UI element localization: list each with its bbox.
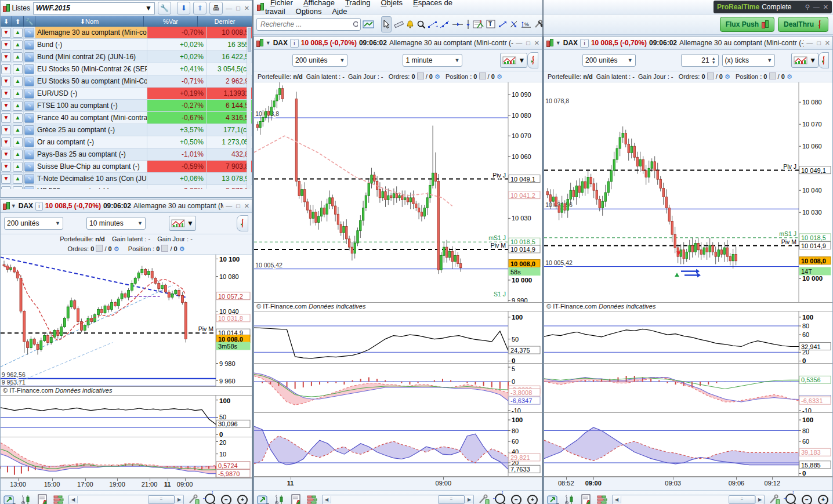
timeframe-select[interactable]: 10 minutes▼	[86, 217, 146, 230]
info-badge[interactable]: i	[580, 39, 589, 48]
open-chart-icon[interactable]: ∿	[24, 88, 35, 99]
minimize-button[interactable]: —	[516, 39, 522, 47]
buy-button[interactable]: ▲	[12, 148, 24, 160]
scroll-thumb[interactable]: ≡	[729, 495, 755, 504]
timeframe-select[interactable]: (x) ticks▼	[722, 54, 776, 67]
hline-tool-button[interactable]	[452, 17, 463, 32]
watchlist-row[interactable]: ▼▲∿EU Stocks 50 au comptant (Mini-Co...-…	[1, 75, 252, 88]
buy-column-icon[interactable]: ⬆	[12, 16, 24, 27]
chevron-down-icon[interactable]: ▼	[11, 203, 16, 209]
open-chart-icon[interactable]: ∿	[24, 148, 35, 160]
buy-button[interactable]: ▲	[12, 100, 24, 111]
report-button[interactable]	[36, 494, 49, 504]
open-chart-icon[interactable]: ∿	[24, 161, 35, 172]
right-indicator3-pane[interactable]: 1008060039,18315,885	[544, 413, 832, 477]
sell-button[interactable]: ▼	[1, 161, 12, 172]
market-depth-button[interactable]	[52, 494, 65, 504]
units-select[interactable]: 200 unités▼	[582, 54, 636, 67]
report-button[interactable]	[580, 494, 592, 504]
units-select[interactable]: 200 unités▼	[4, 217, 63, 230]
timeframe-select[interactable]: 1 minute▼	[403, 54, 462, 67]
text-tool-button[interactable]: T	[486, 17, 497, 32]
position-gear-icon[interactable]: ⚙	[179, 245, 185, 252]
sell-button[interactable]: ▼	[1, 136, 12, 148]
scroll-left-arrow[interactable]: ◀	[323, 496, 331, 503]
maximize-button[interactable]: □	[236, 5, 240, 12]
buy-button[interactable]: ▲	[12, 112, 24, 124]
flux-push-button[interactable]: Flux Push	[720, 17, 774, 32]
buy-order-button[interactable]: ⬆	[193, 2, 207, 14]
close-button[interactable]: ✕	[825, 39, 830, 47]
trading-orders-button[interactable]	[563, 494, 576, 504]
horizontal-scrollbar[interactable]: ◀≡▶	[68, 495, 184, 504]
buy-button[interactable]: ▲	[12, 124, 24, 136]
left-indicator1-pane[interactable]: 10050030,096	[1, 396, 252, 437]
watchlist-row[interactable]: ▼▲∿France 40 au comptant (Mini-contra...…	[1, 112, 252, 124]
buy-button[interactable]: ▲	[12, 136, 24, 148]
watchlist-row[interactable]: ▼▲∿Bund (Mini contrat 2€) (JUN-16)+0,02%…	[1, 51, 252, 63]
menu-aide[interactable]: Aide	[327, 6, 352, 17]
scroll-right-arrow[interactable]: ▶	[175, 496, 183, 503]
zoom-in-button[interactable]: +	[236, 494, 249, 504]
sell-button[interactable]: ▼	[1, 148, 12, 160]
minimize-button[interactable]: —	[226, 5, 232, 12]
menu-options[interactable]: Options	[291, 6, 327, 17]
open-chart-icon[interactable]: ∿	[24, 136, 35, 148]
watchlist-row[interactable]: ▼▲∿Allemagne 30 au comptant (Mini-co...-…	[1, 27, 252, 39]
left-indicator2-pane[interactable]: 20100,5724-5,9870	[1, 437, 252, 478]
minimize-button[interactable]: —	[226, 202, 232, 210]
zoom-out-button[interactable]: −	[510, 494, 523, 504]
print-button[interactable]: 🖶	[209, 2, 223, 14]
maximize-button[interactable]: □	[526, 39, 530, 47]
open-chart-icon[interactable]: ∿	[24, 100, 35, 111]
dealthru-button[interactable]: DealThru	[778, 17, 828, 32]
watchlist-row[interactable]: ▼▲∿Grèce 25 au comptant (-)+3,57%177,1(c…	[1, 124, 252, 136]
chart-style-button[interactable]: ▼	[500, 53, 527, 68]
sell-column-icon[interactable]: ⬇	[1, 16, 12, 27]
close-button[interactable]: ✕	[534, 39, 539, 47]
orders-gear-icon[interactable]: ⚙	[114, 245, 119, 252]
sell-button[interactable]: ▼	[1, 88, 12, 99]
scroll-thumb[interactable]: ≡	[438, 495, 465, 504]
horizontal-scrollbar[interactable]: ◀≡▶	[612, 495, 765, 504]
sell-button[interactable]: ▼	[1, 51, 12, 63]
right-indicator1-pane[interactable]: 100806020032,941	[544, 311, 832, 364]
alert-bell-button[interactable]	[405, 17, 415, 32]
watchlist-row[interactable]: ▼▲∿EU Stocks 50 (Mini-Contrat 2€ (SEP-..…	[1, 63, 252, 75]
collapse-handle[interactable]	[818, 52, 829, 68]
watchlist-row[interactable]: ▼▲∿Bund (-)+0,02%16 355	[1, 39, 252, 51]
open-chart-icon[interactable]: ∿	[24, 39, 35, 50]
collapse-handle[interactable]	[527, 52, 538, 68]
scroll-right-arrow[interactable]: ▶	[465, 496, 473, 503]
chevron-down-icon[interactable]: ▼	[266, 40, 271, 46]
position-gear-icon[interactable]: ⚙	[497, 73, 502, 80]
buy-button[interactable]: ▲	[12, 173, 24, 184]
close-position-icon[interactable]	[769, 72, 776, 79]
open-chart-icon[interactable]: ∿	[24, 75, 35, 87]
menu-objets[interactable]: Objets	[375, 0, 408, 8]
open-chart-button[interactable]	[363, 17, 374, 32]
units-select[interactable]: 200 unités▼	[292, 54, 347, 67]
scroll-left-arrow[interactable]: ◀	[69, 496, 78, 503]
zoom-out-button[interactable]: −	[801, 494, 813, 504]
buy-button[interactable]: ▲	[12, 88, 24, 99]
segment-tool-button[interactable]: +	[428, 17, 438, 32]
sell-button[interactable]: ▼	[1, 124, 12, 136]
search-input[interactable]	[259, 20, 353, 29]
sell-button[interactable]: ▼	[1, 75, 12, 87]
buy-button[interactable]: ▲	[12, 63, 24, 75]
open-chart-icon[interactable]: ∿	[24, 124, 35, 136]
close-button[interactable]: ✕	[244, 202, 249, 210]
zoom-tool-button[interactable]	[416, 17, 426, 32]
close-button[interactable]: ✕	[823, 3, 828, 11]
chart-style-button[interactable]: ▼	[791, 53, 818, 68]
chart-settings-button[interactable]	[477, 494, 490, 504]
close-position-icon[interactable]	[479, 72, 486, 79]
export-chart-button[interactable]	[257, 494, 270, 504]
maximize-button[interactable]: □	[817, 39, 821, 47]
watchlist-row[interactable]: ▼▲∿T-Note Décimalisé 10 ans (Con (JU...+…	[1, 173, 252, 185]
open-chart-icon[interactable]: ∿	[24, 51, 35, 63]
open-chart-icon[interactable]: ∿	[24, 173, 35, 184]
trading-orders-button[interactable]	[273, 494, 286, 504]
sell-button[interactable]: ▼	[1, 185, 12, 189]
